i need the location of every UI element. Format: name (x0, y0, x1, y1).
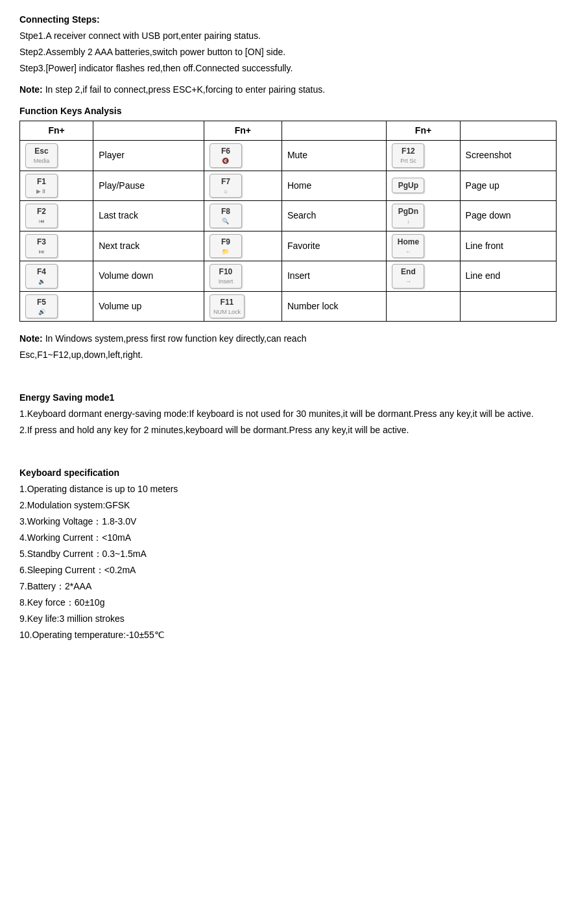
fn-label-1: Play/Pause (93, 171, 204, 201)
key-image: F8 🔍 (210, 204, 242, 228)
header-blank3 (460, 121, 556, 141)
connecting-step2: Step2.Assembly 2 AAA batteries,switch po… (19, 45, 557, 59)
connecting-step3: Step3.[Power] indicator flashes red,then… (19, 62, 557, 75)
energy-line1: 1.Keyboard dormant energy-saving mode:If… (19, 407, 557, 421)
connecting-steps-section: Connecting Steps: Stpe1.A receiver conne… (19, 13, 557, 75)
spec-heading: Keyboard specification (19, 466, 557, 480)
table-row: F4 🔉 Volume down F10 Insert Insert End →… (20, 261, 557, 292)
fn-label-1: Volume down (93, 261, 204, 292)
key-cell-1: F4 🔉 (20, 261, 93, 292)
key-image: End → (392, 264, 424, 289)
spec-item: 1.Operating distance is up to 10 meters (19, 482, 557, 496)
key-cell-1: F5 🔊 (20, 291, 93, 322)
spec-list: 1.Operating distance is up to 10 meters2… (19, 482, 557, 642)
note1-body: In step 2,if fail to connect,press ESC+K… (45, 84, 326, 95)
key-image: F12 Prt Sc (392, 143, 424, 168)
fn-label-2: Favorite (282, 231, 387, 261)
energy-heading: Energy Saving mode1 (19, 391, 557, 405)
spec-item: 5.Standby Current：0.3~1.5mA (19, 547, 557, 561)
key-cell-2: F9 📁 (204, 231, 282, 261)
key-image: F5 🔊 (25, 294, 58, 319)
fn-label-2: Insert (282, 261, 387, 292)
key-image: F9 📁 (210, 234, 242, 259)
fn-label-1: Last track (93, 201, 204, 231)
key-cell-3: End → (387, 261, 460, 292)
note2-body: In Windows system,press first row functi… (43, 333, 307, 344)
key-image: PgDn ↓ (392, 204, 424, 228)
fn-label-2: Mute (282, 141, 387, 171)
fn-label-2: Search (282, 201, 387, 231)
fn-label-2: Number lock (282, 291, 387, 322)
key-image: F3 ⏭ (25, 234, 58, 259)
spec-item: 2.Modulation system:GFSK (19, 499, 557, 512)
fn-label-3: Line front (460, 231, 556, 261)
table-row: F3 ⏭ Next track F9 📁 Favorite Home ← Lin… (20, 231, 557, 261)
key-cell-2: F10 Insert (204, 261, 282, 292)
key-image: F6 🔇 (210, 143, 242, 168)
spec-section: Keyboard specification 1.Operating dista… (19, 466, 557, 642)
key-cell-3: PgUp (387, 171, 460, 201)
note1-section: Note: In step 2,if fail to connect,press… (19, 83, 557, 97)
connecting-step1: Stpe1.A receiver connect with USB port,e… (19, 29, 557, 43)
header-fn2: Fn+ (204, 121, 282, 141)
key-cell-2: F6 🔇 (204, 141, 282, 171)
table-row: F1 ▶⏸ Play/Pause F7 ⌂ Home PgUp Page up (20, 171, 557, 201)
header-fn1: Fn+ (20, 121, 93, 141)
header-blank1 (93, 121, 204, 141)
fn-label-3: Page down (460, 201, 556, 231)
key-cell-2: F8 🔍 (204, 201, 282, 231)
key-image: F1 ▶⏸ (25, 174, 58, 198)
table-row: F2 ⏮ Last track F8 🔍 Search PgDn ↓ Page … (20, 201, 557, 231)
key-image: F10 Insert (210, 264, 242, 289)
note2-bold: Note: (19, 333, 43, 344)
function-keys-heading: Function Keys Analysis (19, 104, 557, 118)
energy-line2: 2.If press and hold any key for 2 minute… (19, 423, 557, 437)
note2-text: Note: In Windows system,press first row … (19, 332, 557, 346)
table-row: F5 🔊 Volume up F11 NUM Lock Number lock (20, 291, 557, 322)
key-cell-1: F1 ▶⏸ (20, 171, 93, 201)
note2-text2: Esc,F1~F12,up,down,left,right. (19, 348, 557, 362)
function-keys-section: Function Keys Analysis Fn+ Fn+ Fn+ Esc M… (19, 104, 557, 322)
key-image: Home ← (392, 234, 424, 259)
spec-item: 8.Key force：60±10g (19, 596, 557, 610)
table-row: Esc Media Player F6 🔇 Mute F12 Prt Sc Sc… (20, 141, 557, 171)
spec-item: 9.Key life:3 million strokes (19, 612, 557, 626)
note1-text: Note: In step 2,if fail to connect,press… (19, 83, 557, 97)
key-cell-2: F7 ⌂ (204, 171, 282, 201)
note1-label: Note: (19, 84, 43, 95)
key-image: F2 ⏮ (25, 204, 58, 228)
key-cell-3: PgDn ↓ (387, 201, 460, 231)
energy-section: Energy Saving mode1 1.Keyboard dormant e… (19, 391, 557, 437)
fn-label-3: Page up (460, 171, 556, 201)
fn-label-3 (460, 291, 556, 322)
key-cell-2: F11 NUM Lock (204, 291, 282, 322)
note2-section: Note: In Windows system,press first row … (19, 332, 557, 362)
key-image: PgUp (392, 178, 424, 193)
function-keys-table: Fn+ Fn+ Fn+ Esc Media Player F6 🔇 Mute F… (19, 121, 557, 322)
key-image: F7 ⌂ (210, 174, 242, 198)
key-image: F11 NUM Lock (210, 294, 245, 319)
spec-item: 7.Battery：2*AAA (19, 580, 557, 593)
fn-label-3: Screenshot (460, 141, 556, 171)
key-cell-3 (387, 291, 460, 322)
fn-label-2: Home (282, 171, 387, 201)
key-image: Esc Media (25, 143, 58, 168)
key-image: F4 🔉 (25, 264, 58, 289)
key-cell-1: F2 ⏮ (20, 201, 93, 231)
spec-item: 3.Working Voltage：1.8-3.0V (19, 515, 557, 528)
spec-item: 10.Operating temperature:-10±55℃ (19, 628, 557, 642)
fn-label-3: Line end (460, 261, 556, 292)
table-header-row: Fn+ Fn+ Fn+ (20, 121, 557, 141)
key-cell-1: F3 ⏭ (20, 231, 93, 261)
key-cell-3: F12 Prt Sc (387, 141, 460, 171)
key-cell-1: Esc Media (20, 141, 93, 171)
fn-label-1: Next track (93, 231, 204, 261)
header-fn3: Fn+ (387, 121, 460, 141)
connecting-heading: Connecting Steps: (19, 13, 557, 27)
header-blank2 (282, 121, 387, 141)
key-cell-3: Home ← (387, 231, 460, 261)
spec-item: 4.Working Current：<10mA (19, 531, 557, 545)
fn-label-1: Volume up (93, 291, 204, 322)
fn-label-1: Player (93, 141, 204, 171)
spec-item: 6.Sleeping Current：<0.2mA (19, 563, 557, 577)
